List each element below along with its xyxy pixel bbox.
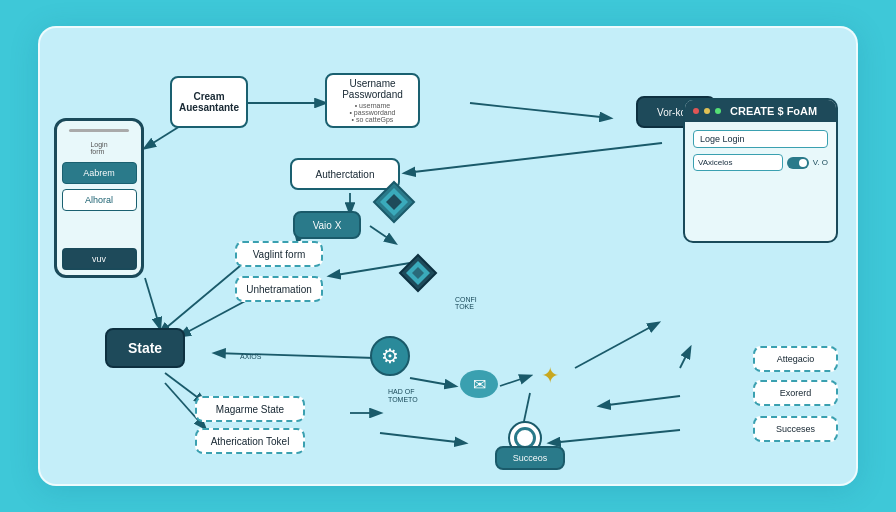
success-label: Succeses: [776, 424, 815, 434]
username-node: UsernamePasswordand • username• password…: [325, 73, 420, 128]
state-node: State: [105, 328, 185, 368]
auth-label: Autherctation: [316, 169, 375, 180]
form-field-row: VAxicelos V. O: [693, 154, 828, 171]
eye-icon: ✦: [530, 356, 570, 396]
username-sub: • username• passwordand• so catteGps: [349, 102, 395, 123]
svg-line-7: [370, 226, 395, 243]
state-label: State: [128, 340, 162, 356]
phone-btn-3[interactable]: vuv: [62, 248, 137, 270]
dot-yellow: [704, 108, 710, 114]
svg-line-3: [405, 143, 662, 173]
diamond-bottom-icon: [398, 253, 438, 293]
phone-notch: [69, 129, 129, 132]
hadoftometo-label: HAD OFTOMETO: [388, 388, 418, 405]
create-form-header: CREATE $ FoAM: [685, 100, 836, 122]
create-form-panel: CREATE $ FoAM Loge Login VAxicelos V. O: [683, 98, 838, 243]
phone-mockup: Loginform Aabrem Alhoral vuv: [54, 118, 144, 278]
phone-btn-2[interactable]: Alhoral: [62, 189, 137, 211]
confitoke-label: CONFITOKE: [455, 296, 477, 310]
diagram-container: Loginform Aabrem Alhoral vuv Cream Auesa…: [38, 26, 858, 486]
svg-line-8: [160, 266, 240, 333]
username-label: UsernamePasswordand: [342, 78, 403, 100]
dot-green: [715, 108, 721, 114]
svg-line-23: [145, 278, 160, 328]
managestate-label: Magarme State: [216, 404, 284, 415]
success-node: Succeses: [753, 416, 838, 442]
authtoken-label: Atherication Tokel: [211, 436, 290, 447]
diamond-top-icon: [370, 178, 418, 226]
phone-small-label: Loginform: [90, 141, 107, 155]
arrows-layer: [40, 28, 860, 488]
svg-line-13: [215, 353, 375, 358]
svg-line-20: [550, 430, 680, 443]
exorerd-node: Exorerd: [753, 380, 838, 406]
form-title: CREATE $ FoAM: [730, 105, 817, 117]
dot-red: [693, 108, 699, 114]
validform-node: Vaglint form: [235, 241, 323, 267]
svg-line-22: [380, 433, 465, 443]
authtoken-node: Atherication Tokel: [195, 428, 305, 454]
cream-node: Cream Auesantante: [170, 76, 248, 128]
axios-label: AXIOS: [240, 353, 261, 360]
svg-line-2: [470, 103, 610, 118]
svg-line-15: [500, 376, 530, 386]
managestate-node: Magarme State: [195, 396, 305, 422]
atego-label: Attegacio: [777, 354, 815, 364]
vaiox-label: Vaio X: [313, 220, 342, 231]
unformation-node: Unhetramation: [235, 276, 323, 302]
vaiox-node: Vaio X: [293, 211, 361, 239]
validform-label: Vaglint form: [253, 249, 306, 260]
form-field-2[interactable]: VAxicelos: [693, 154, 783, 171]
gear-icon: ⚙: [370, 336, 410, 376]
svg-line-16: [575, 323, 658, 368]
exorerd-label: Exorerd: [780, 388, 812, 398]
cream-label: Cream Auesantante: [178, 91, 240, 113]
atego-node: Attegacio: [753, 346, 838, 372]
svg-line-14: [410, 378, 455, 386]
phone-btn-1[interactable]: Aabrem: [62, 162, 137, 184]
email-icon: ✉: [460, 370, 498, 398]
success2-label: Succeos: [513, 453, 548, 463]
unformation-label: Unhetramation: [246, 284, 312, 295]
toggle-switch[interactable]: [787, 157, 809, 169]
form-field-login[interactable]: Loge Login: [693, 130, 828, 148]
toggle-label: V. O: [813, 158, 828, 167]
svg-line-18: [680, 348, 690, 368]
success2-node: Succeos: [495, 446, 565, 470]
svg-line-19: [600, 396, 680, 406]
